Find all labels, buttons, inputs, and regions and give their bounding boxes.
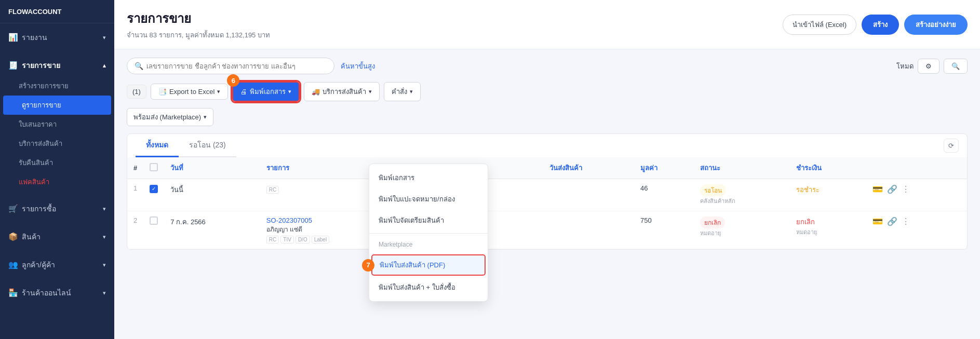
dropdown-item-print-delivery-order[interactable]: พิมพ์ใบส่งสินค้า + ใบสั่งซื้อ	[369, 277, 488, 298]
dropdown-item-print-doc[interactable]: พิมพ์เอกสาร	[369, 167, 488, 188]
row-2-order-link[interactable]: SO-202307005	[266, 216, 312, 224]
dropdown-item-print-delivery-pdf[interactable]: พิมพ์ใบส่งสินค้า (PDF)	[371, 254, 486, 276]
row-1-actions: 💳 🔗 ⋮	[866, 179, 967, 211]
filter-icon-button[interactable]: ⚙	[918, 59, 939, 74]
table-row: 1 ✓ วันนี้ RC	[127, 179, 967, 211]
row-2-checkbox[interactable]	[150, 216, 158, 225]
select-all-checkbox[interactable]	[150, 163, 158, 171]
create-button[interactable]: สร้าง	[862, 15, 899, 35]
sidebar-item-customer[interactable]: 👥 ลูกค้า/คู้ค้า ▾	[0, 254, 114, 276]
search-box: 🔍	[127, 58, 334, 74]
row-2-card-icon: 💳	[872, 216, 883, 226]
sidebar-section-inventory: 📦 สินค้า ▾	[0, 223, 114, 251]
col-date: วันที่	[164, 157, 260, 179]
print-icon: 🖨	[240, 88, 247, 96]
sidebar-item-online-shop[interactable]: 🏪 ร้านค้าออนไลน์ ▾	[0, 282, 114, 304]
sidebar-subitem-return[interactable]: รับคืนสินค้า	[0, 153, 114, 172]
row-1-link-icon: 🔗	[887, 184, 897, 194]
excel-icon: 📑	[158, 88, 167, 96]
step-7-badge: 7	[362, 259, 374, 272]
delivery-service-button[interactable]: 🚚 บริการส่งสินค้า ▾	[304, 82, 380, 101]
tab-pending[interactable]: รอโอน (23)	[179, 134, 236, 157]
row-1-checkbox[interactable]: ✓	[150, 185, 158, 193]
row-2-status-badge: ยกเลิก	[700, 216, 725, 228]
filter-row: พร้อมส่ง (Marketplace) ▾	[127, 108, 968, 126]
shop-icon: 🏪	[8, 288, 18, 297]
print-dropdown-arrow: ▾	[288, 88, 291, 95]
command-button[interactable]: คำสั่ง ▾	[384, 82, 421, 101]
box-icon: 📦	[8, 232, 18, 241]
dropdown-item-print-pick[interactable]: พิมพ์ใบจัดเตรียมสินค้า	[369, 210, 488, 231]
print-document-button[interactable]: 🖨 พิมพ์เอกสาร ▾	[232, 82, 300, 102]
sidebar-subitem-delivery[interactable]: บริการส่งสินค้า	[0, 134, 114, 153]
row-2-value: 750	[634, 211, 694, 249]
sidebar-subitem-view-sale[interactable]: ดูรายการขาย	[3, 96, 111, 115]
row-1-num: 1	[127, 179, 143, 211]
row-2-ship-date	[543, 211, 634, 249]
row-2-num: 2	[127, 211, 143, 249]
sidebar-item-inventory[interactable]: 📦 สินค้า ▾	[0, 226, 114, 248]
sidebar-item-sales[interactable]: 🧾 รายการขาย ▴	[0, 55, 114, 76]
main-content: รายการขาย จำนวน 83 รายการ, มูลค่าทั้งหมด…	[114, 0, 980, 339]
sidebar-item-report[interactable]: 📊 รายงาน ▾	[0, 26, 114, 48]
mode-controls: โหมด ⚙ 🔍	[896, 59, 968, 74]
row-2-tag-label: Label	[312, 236, 329, 243]
row-1-status: รอโอน คลังสินค้าหลัก	[694, 179, 790, 211]
row-2-payment-badge: ยกเลิก	[796, 218, 815, 226]
receipt-icon: 🧾	[8, 61, 18, 70]
sidebar-section-online: 🏪 ร้านค้าออนไลน์ ▾	[0, 279, 114, 307]
row-1-value: 46	[634, 179, 694, 211]
print-button-wrapper: 6 🖨 พิมพ์เอกสาร ▾	[232, 82, 300, 102]
marketplace-filter[interactable]: พร้อมส่ง (Marketplace) ▾	[127, 108, 213, 126]
sales-table: # วันที่ รายการ ช่องทาง วันส่งสินค้า มูล…	[127, 157, 967, 249]
search-row: 🔍 ค้นหาขั้นสูง โหมด ⚙ 🔍	[127, 58, 968, 74]
chevron-up-icon: ▴	[103, 62, 106, 69]
page-header: รายการขาย จำนวน 83 รายการ, มูลค่าทั้งหมด…	[114, 0, 980, 49]
sidebar-subitem-create-sale[interactable]: สร้างรายการขาย	[0, 76, 114, 96]
tab-all[interactable]: ทั้งหมด	[136, 134, 179, 157]
import-excel-button[interactable]: นำเข้าไฟล์ (Excel)	[783, 15, 856, 35]
dropdown-item-marketplace[interactable]: Marketplace	[369, 236, 488, 253]
row-1-storage: คลังสินค้าหลัก	[700, 196, 784, 206]
table-row: 2 7 ก.ค. 2566 SO-202307005 อภิญญา แซ่ดี …	[127, 211, 967, 249]
search-mode-button[interactable]: 🔍	[944, 59, 968, 74]
row-2-check	[143, 211, 164, 249]
filter-dropdown-arrow: ▾	[204, 114, 207, 120]
row-2-status: ยกเลิก หมดอายุ	[694, 211, 790, 249]
row-1-check: ✓	[143, 179, 164, 211]
page-title: รายการขาย	[127, 8, 270, 29]
refresh-button[interactable]: ⟳	[944, 139, 959, 153]
export-excel-button[interactable]: 📑 Export to Excel ▾	[151, 84, 228, 100]
col-status: สถานะ	[694, 157, 790, 179]
content-area: 🔍 ค้นหาขั้นสูง โหมด ⚙ 🔍 (1) 📑 Export to …	[114, 49, 980, 339]
row-1-more-icon[interactable]: ⋮	[902, 184, 910, 194]
row-1-date: วันนี้	[164, 179, 260, 211]
users-icon: 👥	[8, 260, 18, 269]
create-easy-button[interactable]: สร้างอย่างง่าย	[904, 15, 968, 35]
filter-label: พร้อมส่ง (Marketplace)	[133, 112, 201, 123]
search-input[interactable]	[146, 62, 327, 70]
row-2-link-icon: 🔗	[887, 216, 897, 226]
advanced-search-link[interactable]: ค้นหาขั้นสูง	[341, 61, 375, 72]
col-value: มูลค่า	[634, 157, 694, 179]
col-check	[143, 157, 164, 179]
sidebar-section-purchase: 🛒 รายการซื้อ ▾	[0, 195, 114, 223]
search-icon: 🔍	[135, 62, 143, 70]
sidebar-section-customer: 👥 ลูกค้า/คู้ค้า ▾	[0, 251, 114, 279]
delivery-dropdown-arrow: ▾	[369, 88, 372, 95]
command-dropdown-arrow: ▾	[410, 88, 413, 95]
sidebar-subitem-quotation[interactable]: ใบเสนอราคา	[0, 115, 114, 134]
row-2-more-icon[interactable]: ⋮	[902, 216, 910, 226]
page-title-area: รายการขาย จำนวน 83 รายการ, มูลค่าทั้งหมด…	[127, 8, 270, 40]
row-2-status-sub: หมดอายุ	[700, 228, 784, 238]
row-2-date: 7 ก.ค. 2566	[164, 211, 260, 249]
col-ship-date: วันส่งสินค้า	[543, 157, 634, 179]
row-2-payment-sub: หมดอายุ	[796, 227, 860, 237]
sidebar-item-purchase[interactable]: 🛒 รายการซื้อ ▾	[0, 198, 114, 220]
row-2-tag-do: D/O	[296, 236, 310, 243]
col-actions	[866, 157, 967, 179]
dropdown-item-print-box[interactable]: พิมพ์ใบแปะจดหมาย/กล่อง	[369, 188, 488, 210]
sidebar-subitem-product[interactable]: แฟคสินค้า	[0, 172, 114, 192]
table-header: # วันที่ รายการ ช่องทาง วันส่งสินค้า มูล…	[127, 157, 967, 179]
sidebar-section-report: 📊 รายงาน ▾	[0, 23, 114, 51]
